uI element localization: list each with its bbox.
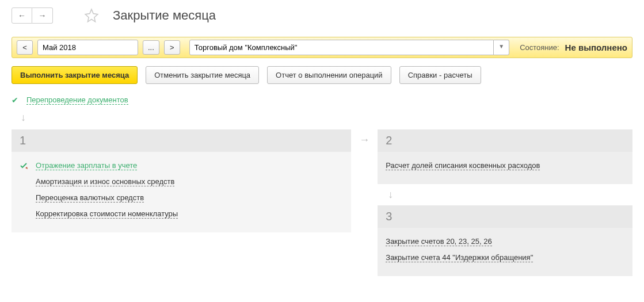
operation-link[interactable]: Корректировка стоимости номенклатуры [36, 209, 178, 219]
operations-report-button[interactable]: Отчет о выполнении операций [267, 66, 391, 84]
period-picker-button[interactable]: ... [143, 40, 159, 55]
stage-header: 3 [378, 205, 632, 228]
nav-forward-button[interactable]: → [32, 7, 53, 24]
stage-item: Расчет долей списания косвенных расходов [386, 158, 624, 174]
stage-item: Отражение зарплаты в учете [20, 158, 343, 174]
stage-header: 1 [12, 129, 351, 152]
arrow-down-icon: ↓ [21, 112, 632, 124]
organization-dropdown-button[interactable]: ▼ [494, 40, 509, 55]
arrow-right-icon: → [357, 129, 372, 146]
status-label: Состояние: [520, 43, 559, 52]
operation-link[interactable]: Расчет долей списания косвенных расходов [386, 161, 540, 170]
nav-back-button[interactable]: ← [12, 7, 32, 24]
stage-1: 1 Отражение зарплаты в учете Амортизация… [12, 129, 351, 232]
operation-link[interactable]: Амортизация и износ основных средств [36, 177, 174, 186]
stage-item: Амортизация и износ основных средств [20, 174, 343, 190]
organization-input[interactable] [189, 40, 494, 55]
stage-item: Закрытие счетов 20, 23, 25, 26 [386, 234, 624, 250]
operation-link[interactable]: Отражение зарплаты в учете [36, 161, 137, 170]
execute-close-button[interactable]: Выполнить закрытие месяца [12, 66, 138, 84]
star-icon [84, 8, 99, 23]
stage-item: Корректировка стоимости номенклатуры [20, 206, 343, 222]
operation-link[interactable]: Переоценка валютных средств [36, 193, 144, 202]
period-input[interactable] [37, 40, 138, 55]
operation-link[interactable]: Закрытие счета 44 "Издержки обращения" [386, 253, 533, 262]
stage-item: Закрытие счета 44 "Издержки обращения" [386, 250, 624, 266]
arrow-down-icon: ↓ [388, 189, 632, 201]
filter-bar: < ... > ▼ Состояние: Не выполнено [12, 37, 632, 58]
chevron-down-icon: ▼ [498, 43, 504, 49]
stage-2: 2 Расчет долей списания косвенных расход… [378, 129, 632, 184]
reprocess-documents-link[interactable]: Перепроведение документов [26, 95, 128, 105]
operation-link[interactable]: Закрытие счетов 20, 23, 25, 26 [386, 237, 491, 246]
favorite-star-button[interactable] [82, 6, 101, 25]
page-title: Закрытие месяца [113, 8, 216, 23]
stage-3: 3 Закрытие счетов 20, 23, 25, 26 Закрыти… [378, 205, 632, 276]
period-prev-button[interactable]: < [17, 40, 33, 55]
check-icon: ✔ [12, 95, 18, 105]
arrow-left-icon: ← [18, 11, 26, 20]
stage-header: 2 [378, 129, 632, 152]
period-next-button[interactable]: > [164, 40, 180, 55]
stage-item: Переоценка валютных средств [20, 190, 343, 206]
status-value: Не выполнено [565, 43, 627, 52]
arrow-right-icon: → [39, 11, 47, 20]
cancel-close-button[interactable]: Отменить закрытие месяца [146, 66, 259, 84]
references-button[interactable]: Справки - расчеты [399, 66, 481, 84]
done-edit-icon [20, 161, 29, 170]
